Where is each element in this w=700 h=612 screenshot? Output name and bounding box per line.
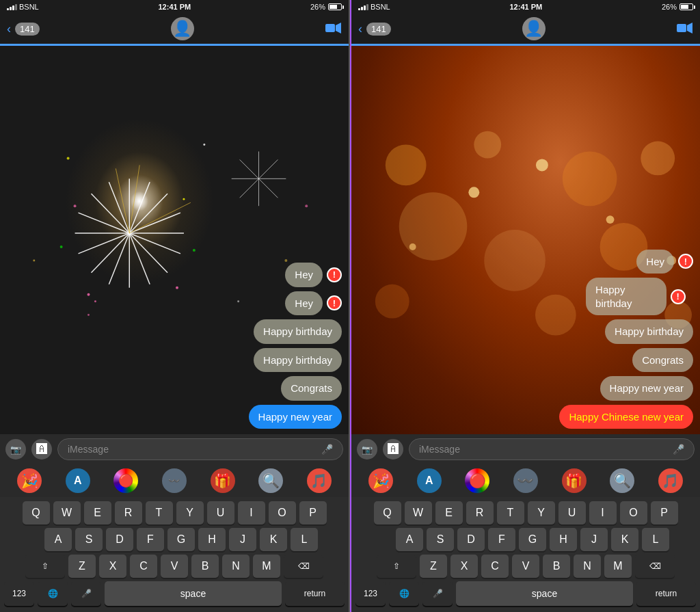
key-O-right[interactable]: O [620,501,647,524]
key-A-left[interactable]: A [44,528,72,551]
shift-key-left[interactable]: ⇧ [25,555,65,578]
key-Y-left[interactable]: Y [176,501,204,524]
status-bar-right: BSNL 12:41 PM 26% [351,0,700,14]
key-W-right[interactable]: W [405,501,432,524]
key-T-left[interactable]: T [146,501,173,524]
drawer-icon-2[interactable]: A [66,468,90,493]
key-L-left[interactable]: L [291,528,318,551]
key-U-left[interactable]: U [207,501,234,524]
key-G-left[interactable]: G [167,528,195,551]
key-F-right[interactable]: F [488,528,515,551]
camera-button-right[interactable]: 📷 [357,439,377,460]
key-Q-right[interactable]: Q [374,501,401,524]
drawer-icon-1[interactable]: 🎉 [17,468,42,493]
key-space-right[interactable]: space [456,581,633,606]
imessage-input-left[interactable]: iMessage 🎤 [57,438,343,460]
key-space-left[interactable]: space [105,581,282,606]
drawer-icon-4[interactable]: 〰️ [162,468,187,493]
key-K-left[interactable]: K [260,528,287,551]
bubble-happy-new-year: Happy new year [249,405,342,429]
drawer-icon-r6[interactable]: 🔍 [610,468,634,493]
key-J-left[interactable]: J [229,528,256,551]
key-G-right[interactable]: G [519,528,546,551]
key-V-left[interactable]: V [161,555,188,578]
key-I-right[interactable]: I [589,501,617,524]
key-E-left[interactable]: E [84,501,111,524]
key-Q-left[interactable]: Q [23,501,50,524]
back-button-right[interactable]: ‹ 141 [358,22,391,36]
video-button-left[interactable] [325,20,342,38]
key-M-left[interactable]: M [253,555,280,578]
key-I-left[interactable]: I [238,501,265,524]
apps-button-right[interactable]: 🅰 [383,439,403,460]
key-V-right[interactable]: V [512,555,539,578]
drawer-icon-r2[interactable]: A [417,468,442,493]
key-Y-right[interactable]: Y [528,501,555,524]
input-placeholder-left: iMessage [68,444,109,455]
contact-avatar-right[interactable]: 👤 [522,17,546,40]
key-C-left[interactable]: C [130,555,157,578]
key-return-right[interactable]: return [636,581,696,606]
key-F-left[interactable]: F [137,528,164,551]
error-icon-right-2[interactable]: ! [671,289,686,304]
drawer-icon-r4[interactable]: 〰️ [513,468,538,493]
key-H-left[interactable]: H [198,528,226,551]
video-button-right[interactable] [677,20,693,38]
key-T-right[interactable]: T [497,501,524,524]
key-return-left[interactable]: return [285,581,345,606]
key-U-right[interactable]: U [558,501,586,524]
backspace-key-left[interactable]: ⌫ [284,555,323,578]
key-mic-right[interactable]: 🎤 [422,581,453,606]
key-R-right[interactable]: R [466,501,494,524]
key-M-right[interactable]: M [604,555,632,578]
drawer-icon-r5[interactable]: 🎁 [562,468,587,493]
key-globe-right[interactable]: 🌐 [389,581,419,606]
key-X-right[interactable]: X [450,555,478,578]
apps-button-left[interactable]: 🅰 [31,439,52,460]
key-globe-left[interactable]: 🌐 [38,581,68,606]
key-B-right[interactable]: B [543,555,570,578]
shift-key-right[interactable]: ⇧ [377,555,416,578]
key-123-left[interactable]: 123 [4,581,34,606]
key-D-right[interactable]: D [457,528,485,551]
key-K-right[interactable]: K [611,528,638,551]
key-R-left[interactable]: R [115,501,142,524]
key-123-right[interactable]: 123 [355,581,386,606]
backspace-key-right[interactable]: ⌫ [635,555,675,578]
key-S-left[interactable]: S [75,528,103,551]
drawer-icon-5[interactable]: 🎁 [211,468,235,493]
drawer-icon-7[interactable]: 🎵 [307,468,332,493]
key-H-right[interactable]: H [550,528,577,551]
imessage-input-right[interactable]: iMessage 🎤 [409,438,695,460]
key-O-left[interactable]: O [269,501,296,524]
key-E-right[interactable]: E [435,501,463,524]
drawer-icon-r7[interactable]: 🎵 [658,468,683,493]
key-Z-left[interactable]: Z [68,555,96,578]
svg-point-38 [305,204,308,207]
error-icon-1[interactable]: ! [327,267,342,282]
key-J-right[interactable]: J [580,528,608,551]
key-X-left[interactable]: X [99,555,126,578]
camera-button-left[interactable]: 📷 [5,439,26,460]
key-Z-right[interactable]: Z [420,555,447,578]
drawer-icon-r3[interactable]: 🔴 [465,468,489,493]
error-icon-2[interactable]: ! [327,295,342,310]
drawer-icon-6[interactable]: 🔍 [258,468,283,493]
error-icon-right-1[interactable]: ! [678,254,693,269]
key-B-left[interactable]: B [191,555,219,578]
drawer-icon-r1[interactable]: 🎉 [368,468,393,493]
key-D-left[interactable]: D [106,528,133,551]
key-P-right[interactable]: P [651,501,678,524]
contact-avatar-left[interactable]: 👤 [171,17,194,40]
key-P-left[interactable]: P [299,501,327,524]
key-W-left[interactable]: W [53,501,81,524]
key-L-right[interactable]: L [642,528,669,551]
key-C-right[interactable]: C [481,555,509,578]
drawer-icon-3[interactable]: 🔴 [113,468,138,493]
key-S-right[interactable]: S [427,528,454,551]
key-mic-left[interactable]: 🎤 [71,581,101,606]
back-button-left[interactable]: ‹ 141 [7,22,40,36]
key-N-right[interactable]: N [574,555,601,578]
key-N-left[interactable]: N [222,555,250,578]
key-A-right[interactable]: A [396,528,423,551]
